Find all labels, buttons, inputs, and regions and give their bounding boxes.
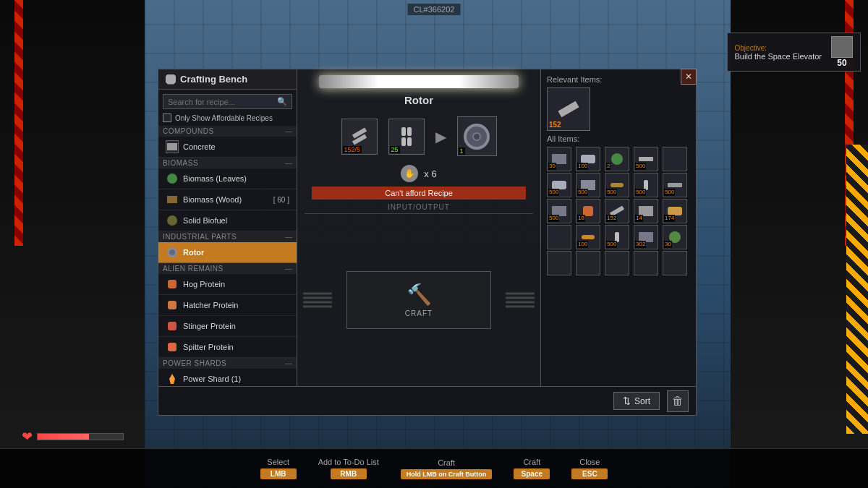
grid-item-16[interactable]: 100 [576,225,600,249]
sort-button[interactable]: ⇅ Sort [613,392,660,410]
ingredient-1-icon: 152/5 [341,119,378,155]
io-label: INPUT/OUTPUT [297,201,540,213]
recipe-item-rotor[interactable]: Rotor [158,242,297,263]
grid-item-5[interactable]: 500 [547,173,571,197]
red-stripe-left [14,0,23,246]
craft-machine-area: 🔨 CRAFT [346,271,491,329]
relevant-items-title: Relevant Items: [547,75,690,84]
craft-machine-icon: 🔨 [407,283,432,307]
rotor-icon [166,246,179,259]
search-icon: 🔍 [277,97,287,106]
affordable-checkbox[interactable] [163,114,171,122]
grid-item-7[interactable]: 500 [605,173,629,197]
select-key: LMB [260,468,297,479]
grid-item-0[interactable]: 30 [547,147,571,171]
recipe-item-biomass-leaves[interactable]: Biomass (Leaves) [158,168,297,189]
objective-text: Build the Space Elevator [735,52,822,61]
grid-item-23[interactable] [634,251,658,275]
select-label: Select [267,458,289,466]
category-industrial: Industrial Parts — [158,231,297,242]
keybind-craft-space: Craft Space [514,458,550,479]
power-shard-icon [166,372,179,385]
recipe-item-solid-biofuel[interactable]: Solid Biofuel [158,210,297,231]
output-item: 1 [457,116,497,156]
relevant-item-large[interactable]: 152 [547,87,590,131]
craft-count-icon: ✋ [401,165,418,182]
bottom-bar: ⇅ Sort 🗑 [158,387,697,416]
recipe-item-concrete[interactable]: Concrete [158,137,297,158]
biomass-wood-icon [166,193,179,206]
recipe-item-stinger-protein[interactable]: Stinger Protein [158,316,297,337]
ingredient-2-count: 25 [390,146,400,153]
grid-item-24[interactable] [663,251,687,275]
recipe-panel: Crafting Bench 🔍 Only Show Affordable Re… [158,69,297,387]
grid-item-14[interactable]: 174 [663,199,687,223]
grid-item-18[interactable]: 302 [634,225,658,249]
recipe-item-hog-protein[interactable]: Hog Protein [158,274,297,295]
player-id: CL#366202 [408,4,461,15]
vent-right [506,293,535,308]
close-label: Close [579,458,600,466]
grid-item-2[interactable]: 2 [605,147,629,171]
grid-item-13[interactable]: 14 [634,199,658,223]
search-bar[interactable]: 🔍 [163,94,292,109]
craft-button-label[interactable]: CRAFT [405,309,433,317]
grid-item-15[interactable] [547,225,571,249]
search-input[interactable] [168,98,274,106]
grid-item-1[interactable]: 100 [576,147,600,171]
grid-item-19[interactable]: 30 [663,225,687,249]
recipe-item-power-shard[interactable]: Power Shard (1) [158,369,297,386]
recipe-item-spitter-protein[interactable]: Spitter Protein [158,337,297,358]
affordable-label: Only Show Affordable Recipes [175,114,273,122]
health-bar-container: ❤ [22,429,124,445]
grid-item-12[interactable]: 152 [605,199,629,223]
craft-hold-label: Craft [438,458,455,467]
craft-hold-key: Hold LMB on Craft Button [401,469,492,479]
craft-panel: Rotor 152/5 [297,69,541,387]
craft-space-label: Craft [523,458,540,466]
keybind-todo: Add to To-Do List RMB [318,458,379,479]
ingredient-1-count: 152/5 [343,146,362,153]
craft-count-row: ✋ x 6 [297,162,540,185]
cant-afford-banner: Can't afford Recipe [312,187,526,200]
grid-item-21[interactable] [576,251,600,275]
objective-label: Objective: [735,44,767,52]
spitter-protein-icon [166,341,179,354]
craft-recipe-row: 152/5 25 ▶ [297,111,540,162]
grid-item-3[interactable]: 500 [634,147,658,171]
recipe-item-biomass-wood[interactable]: Biomass (Wood) [ 60 ] [158,189,297,210]
grid-item-20[interactable] [547,251,571,275]
grid-item-6[interactable]: 500 [576,173,600,197]
grid-item-22[interactable] [605,251,629,275]
health-icon: ❤ [22,429,33,445]
category-power-shards: Power Shards — [158,358,297,369]
grid-item-9[interactable]: 500 [663,173,687,197]
trash-button[interactable]: 🗑 [667,390,689,412]
light-bar [319,75,519,88]
sort-label: Sort [634,396,650,406]
grid-item-17[interactable]: 500 [605,225,629,249]
grid-item-10[interactable]: 500 [547,199,571,223]
grid-item-4[interactable] [663,147,687,171]
items-panel: ✕ Relevant Items: 152 All Items: 30 100 [541,69,697,387]
main-ui: Crafting Bench 🔍 Only Show Affordable Re… [158,69,697,387]
recipe-item-hatcher-protein[interactable]: Hatcher Protein [158,295,297,316]
grid-item-8[interactable]: 500 [634,173,658,197]
close-button[interactable]: ✕ [681,69,697,85]
solid-biofuel-icon [166,214,179,227]
objective-badge: Objective: Build the Space Elevator 50 [727,33,861,72]
panel-title: Crafting Bench [180,74,247,85]
recipe-list[interactable]: Compounds — Concrete Biomass — Biomass (… [158,126,297,386]
recipe-name: Rotor [297,93,540,111]
ingredient-2: 25 [388,119,425,155]
grid-item-11[interactable]: 18 [576,199,600,223]
output-icon: 1 [457,116,497,156]
category-biomass: Biomass — [158,158,297,168]
craft-bottom: 🔨 CRAFT [297,214,540,386]
craft-count: x 6 [424,168,436,179]
health-bar [37,433,124,440]
hog-protein-icon [166,278,179,291]
ingredient-1: 152/5 [341,119,378,155]
concrete-icon [166,140,179,153]
category-compounds: Compounds — [158,126,297,137]
